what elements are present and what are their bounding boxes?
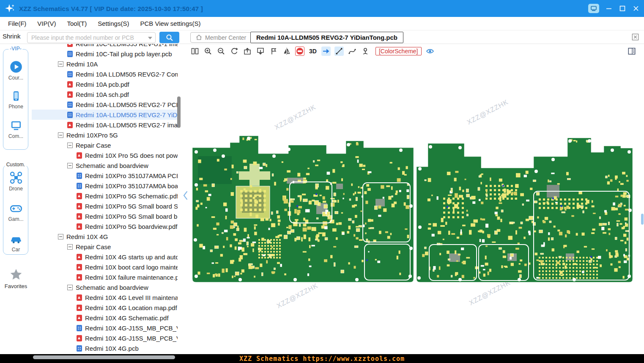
collapse-toggle-icon[interactable] [67,244,73,250]
line-tool-icon[interactable] [334,47,344,56]
pcb-canvas[interactable]: XZZ@XZZHKXZZ@XZZHKXZZ@XZZHKXZZ@XZZHK [189,58,644,354]
rail-item-car[interactable]: Car [0,232,32,253]
visibility-eye-icon[interactable] [425,47,435,56]
panel-collapse-chevron-icon[interactable] [182,189,189,202]
tree-item[interactable]: Redmi 10XPro 5G [32,130,178,140]
tree-item-label: Redmi 10X 4G-J15S_MB_PCB_V5 F [85,324,178,332]
collapse-toggle-icon[interactable] [58,132,63,138]
tree-item[interactable]: Redmi 10X 4G [32,231,178,242]
tree-item[interactable]: Redmi 10X 4G Schematic.pdf [32,313,178,323]
maximize-button[interactable] [619,5,626,12]
tree-item[interactable]: Redmi 10XPro 3510J7AM0A PCB [32,170,178,181]
input-dropdown-caret-icon[interactable] [148,37,152,39]
tree-item[interactable]: Redmi 10X 4G starts up and autom [32,252,178,262]
close-button[interactable] [632,5,640,12]
tree-item-label: Redmi 10C-Tail plug pcb layer.pcb [76,50,172,58]
file-type-icon [77,193,82,199]
3d-view-button[interactable]: 3D [308,48,318,55]
tree-item[interactable]: Repair Case [32,242,178,252]
tree-item[interactable]: Redmi 10A-LLDM505 REVG2-7 imag [32,120,178,130]
pcb-watermark: XZZ@XZZHK [468,279,511,307]
tree-item-label: Redmi 10X 4G.pcb [85,345,139,352]
tree-item[interactable]: Redmi 10XPro 3510J7AM0A boar [32,181,178,191]
bottom-side-toggle-icon[interactable] [295,47,304,56]
tree-item[interactable]: Redmi 10X failure maintenance.p [32,272,178,282]
move-arrow-icon[interactable] [321,47,331,56]
file-type-icon [77,305,82,311]
tree-item[interactable]: Redmi 10A-LLDM505 REVG2-7 YiDia [32,110,178,120]
tree-item[interactable]: Redmi 10A LLDM505 REVG2-7 Comp [32,69,178,79]
menu-item[interactable]: Settings(S) [92,17,134,30]
tree-item[interactable]: Redmi 10X 4G.pcb [32,343,178,353]
tree-item-label: Redmi 10XPro 5G Schematic.pdf [85,192,178,200]
tree-item[interactable]: Redmi 10C-LLDM555 REV-U1-1 imag [32,44,178,49]
colorscheme-button[interactable]: [ColorScheme] [375,47,422,55]
zoom-out-icon[interactable] [216,47,226,56]
mirror-icon[interactable] [282,47,291,56]
collapse-toggle-icon[interactable] [67,285,73,290]
tree-item[interactable]: Redmi 10X boot card logo mainte [32,262,178,272]
menu-item[interactable]: Tool(T) [62,17,93,30]
menu-item[interactable]: VIP(V) [32,17,61,30]
file-type-icon [67,122,73,128]
flip-flag-icon[interactable] [269,47,278,56]
tree-item-label: Redmi 10X Pro 5G does not powe [85,152,178,159]
shrink-button[interactable]: Shrink [3,33,21,40]
tree-item[interactable]: Redmi 10X 4G Level III maintenan [32,292,178,302]
split-view-icon[interactable] [190,47,200,56]
rail-item-course[interactable]: Cour... [0,60,32,81]
rail-item-computer[interactable]: Com... [0,119,32,139]
curve-tool-icon[interactable] [348,47,357,56]
document-tab[interactable]: Redmi 10A-LLDM505 REVG2-7 YiDianTong.pcb [250,32,403,43]
layer-list-icon[interactable] [627,47,636,56]
tree-item[interactable]: Redmi 10XPro 5G Schematic.pdf [32,191,178,201]
tree-item[interactable]: Redmi 10C-Tail plug pcb layer.pcb [32,49,178,59]
file-type-icon [77,274,82,280]
play-icon [9,60,23,74]
close-document-icon[interactable] [631,33,639,41]
probe-icon[interactable] [361,47,370,56]
zoom-in-icon[interactable] [203,47,213,56]
rail-item-game[interactable]: Gam... [0,201,32,222]
menu-item[interactable]: File(F) [3,17,32,30]
phone-icon [10,90,22,102]
tree-item[interactable]: Repair Case [32,140,178,150]
top-layer-icon[interactable] [243,47,252,56]
model-search-input[interactable] [27,32,156,43]
tree-item[interactable]: Redmi 10XPro 5G boardview.pdf [32,221,178,231]
tree-item[interactable]: Redmi 10X 4G Location map.pdf [32,302,178,313]
menu-item[interactable]: PCB View settings(S) [134,17,206,30]
viewer-scrollbar-thumb[interactable] [641,214,644,225]
tree-vertical-scrollbar[interactable] [177,96,181,128]
rail-item-phone[interactable]: Phone [0,90,32,110]
rail-item-drone[interactable]: Drone [0,171,32,192]
bottom-layer-icon[interactable] [256,47,265,56]
collapse-toggle-icon[interactable] [58,61,63,67]
tree-horizontal-scrollbar[interactable] [33,355,175,359]
tree-item[interactable]: Redmi 10A pcb.pdf [32,79,178,89]
tree-item[interactable]: Redmi 10X Pro 5G does not powe [32,150,178,160]
tree-item-label: Redmi 10C-LLDM555 REV-U1-1 imag [76,44,178,47]
file-tree: Redmi 10C-LLDM555 REV-U1-1 imag Redmi 10… [32,44,178,354]
tree-item[interactable]: Redmi 10A [32,59,178,69]
vip-status-icon[interactable] [588,4,599,13]
tree-item[interactable]: Redmi 10X 4G-J15S_MB_PCB_V5 F [32,323,178,333]
tree-item[interactable]: Schematic and boardview [32,160,178,170]
tree-item[interactable]: Redmi 10A sch.pdf [32,89,178,99]
member-center-button[interactable]: Member Center [190,32,251,43]
tree-item[interactable]: Redmi 10A-LLDM505 REVG2-7 PCB L [32,99,178,110]
pcb-board-view: XZZ@XZZHKXZZ@XZZHKXZZ@XZZHKXZZ@XZZHK [189,58,644,354]
search-button[interactable] [159,32,179,43]
minimize-button[interactable] [605,5,613,12]
tree-item[interactable]: Redmi 10XPro 5G Small board Sch [32,201,178,211]
collapse-toggle-icon[interactable] [67,163,73,168]
rail-label: Car [12,247,20,253]
collapse-toggle-icon[interactable] [67,143,73,148]
drone-icon [9,171,23,184]
rail-item-favorites[interactable]: Favorites [0,267,32,289]
collapse-toggle-icon[interactable] [58,234,63,239]
rotate-icon[interactable] [230,47,239,56]
tree-item[interactable]: Redmi 10X 4G-J15S_MB_PCB_V5-i [32,333,178,343]
tree-item[interactable]: Redmi 10XPro 5G Small board bo [32,211,178,221]
tree-item[interactable]: Schematic and boardview [32,282,178,292]
